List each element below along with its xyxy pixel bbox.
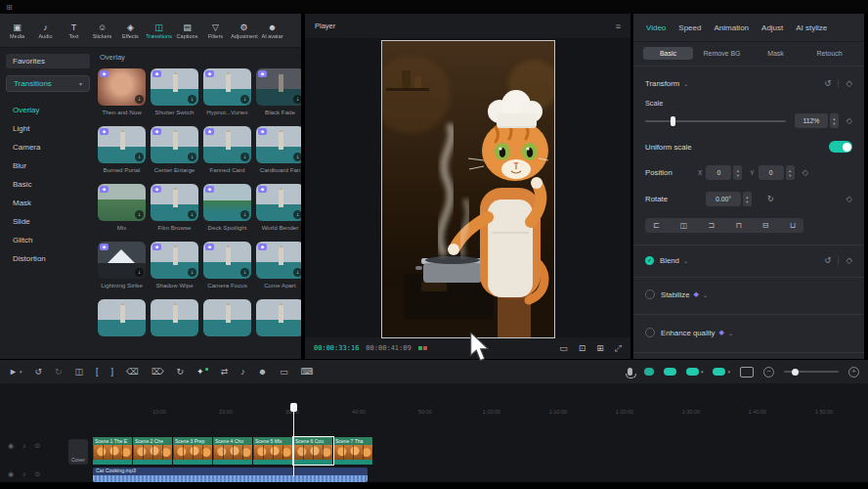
playhead[interactable] <box>293 403 294 476</box>
transition-item[interactable]: ◆↓Hypnot...Vortex <box>203 68 251 115</box>
download-icon[interactable]: ↓ <box>135 95 144 104</box>
audio-extract-button[interactable]: ♪ <box>240 367 245 377</box>
screen-view-icon[interactable] <box>740 367 754 378</box>
transition-item[interactable]: ◆↓Come Apart <box>256 242 301 289</box>
clip-scene-7[interactable]: Scene 7 Tha <box>333 437 373 465</box>
reset-blend-icon[interactable]: ↺ <box>824 255 831 265</box>
undo-button[interactable]: ↺ <box>34 367 42 377</box>
magnetic-track-toggle[interactable] <box>644 368 654 376</box>
loop-button[interactable]: ↻ <box>177 367 185 377</box>
scale-stepper[interactable]: ▴▾ <box>830 113 839 128</box>
align-bottom-icon[interactable]: ⊔ <box>790 221 796 230</box>
transition-item[interactable]: ◆↓Camera Focus <box>203 242 251 289</box>
transition-item[interactable]: ◆↓Then and Now <box>98 68 146 115</box>
preview-mode-toggle[interactable]: ▾ <box>713 368 730 376</box>
category-glitch[interactable]: Glitch <box>6 231 90 249</box>
tab-audio[interactable]: ♪Audio <box>31 22 60 39</box>
tab-speed[interactable]: Speed <box>678 23 701 32</box>
download-icon[interactable]: ↓ <box>188 268 196 277</box>
keyframe-blend-icon[interactable]: ◇ <box>846 255 852 265</box>
blend-label[interactable]: Blend <box>660 256 679 265</box>
download-icon[interactable]: ↓ <box>135 268 144 277</box>
transform-section-label[interactable]: Transform <box>645 79 679 88</box>
download-icon[interactable]: ↓ <box>188 210 196 219</box>
download-icon[interactable]: ↓ <box>240 210 249 219</box>
transition-item[interactable]: ◆↓Lightning Strike <box>98 242 146 289</box>
category-basic[interactable]: Basic <box>6 175 90 194</box>
clip-scene-2[interactable]: Scene 2 Che <box>133 437 173 465</box>
category-camera[interactable]: Camera <box>6 138 90 156</box>
timeline-zoom-slider[interactable] <box>784 371 839 373</box>
tab-ai-stylize[interactable]: AI stylize <box>796 23 827 32</box>
tab-adjustment[interactable]: ⚙Adjustment <box>230 22 258 39</box>
tab-adjust[interactable]: Adjust <box>761 23 783 32</box>
transition-item[interactable] <box>203 299 251 336</box>
download-icon[interactable]: ↓ <box>240 153 249 161</box>
keyframe-transform-icon[interactable]: ◇ <box>846 78 852 88</box>
subtab-mask[interactable]: Mask <box>751 47 801 60</box>
trim-right-button[interactable]: ] <box>111 367 114 377</box>
uniform-scale-toggle[interactable] <box>829 141 852 153</box>
position-x-value[interactable]: 0 <box>706 165 731 180</box>
transition-item[interactable]: ◆↓Deck Spotlight <box>203 184 251 231</box>
download-icon[interactable]: ↓ <box>293 268 301 277</box>
video-frame[interactable] <box>382 41 554 337</box>
mute-track-icon[interactable]: ♪ <box>22 442 26 450</box>
zoom-slider-handle[interactable] <box>792 369 799 376</box>
subtab-remove-bg[interactable]: Remove BG <box>697 47 747 60</box>
category-overlay[interactable]: Overlay <box>6 101 90 119</box>
transition-item[interactable]: ◆↓Black Fade <box>256 68 301 115</box>
tab-text[interactable]: TText <box>60 22 88 39</box>
tab-media[interactable]: ▣Media <box>3 22 31 39</box>
transition-item[interactable]: ◆↓Fanned Card <box>203 126 251 173</box>
redo-button[interactable]: ↻ <box>55 367 63 377</box>
subtab-retouch[interactable]: Retouch <box>804 47 854 60</box>
auto-snap-toggle[interactable] <box>664 368 676 376</box>
stabilize-checkbox[interactable] <box>645 289 655 299</box>
clip-scene-3[interactable]: Scene 3 Prep <box>173 437 213 465</box>
ai-wand-button[interactable]: ✦ <box>196 367 208 377</box>
crop-button[interactable]: ▭ <box>280 367 288 377</box>
scale-slider-handle[interactable] <box>671 116 675 126</box>
favorites-button[interactable]: Favorites <box>6 54 90 68</box>
keyframe-rotate-icon[interactable]: ◇ <box>846 195 852 203</box>
transition-item[interactable]: ◆↓Mix <box>98 184 146 231</box>
blend-checkbox[interactable]: ✓ <box>645 256 654 265</box>
hide-track-icon[interactable]: ◉ <box>8 442 14 450</box>
tab-effects[interactable]: ◈Effects <box>116 22 145 39</box>
clip-scene-4[interactable]: Scene 4 Cho <box>213 437 253 465</box>
rotate-value[interactable]: 0.00° <box>706 192 741 206</box>
reset-transform-icon[interactable]: ↺ <box>824 78 831 88</box>
enhance-quality-label[interactable]: Enhance quality <box>661 329 715 337</box>
align-left-icon[interactable]: ⊏ <box>653 221 660 230</box>
rotate-stepper[interactable]: ▴▾ <box>743 192 752 206</box>
lock-track-icon[interactable]: ⊙ <box>35 470 41 478</box>
delete-left-button[interactable]: ⌫ <box>126 367 139 377</box>
align-center-h-icon[interactable]: ◫ <box>680 221 688 230</box>
download-icon[interactable]: ↓ <box>240 268 249 277</box>
transition-item[interactable]: ◆↓Cardboard Fan <box>256 126 301 173</box>
zoom-in-icon[interactable]: + <box>848 367 859 378</box>
transition-item[interactable]: ◆↓Burned Portal <box>98 126 146 173</box>
category-slide[interactable]: Slide <box>6 212 90 231</box>
audio-clip[interactable]: Cat Cooking.mp3 <box>93 467 368 482</box>
download-icon[interactable]: ↓ <box>293 210 301 219</box>
transition-item[interactable]: ◆↓Shutter Switch <box>151 68 198 115</box>
transition-item[interactable]: ◆↓Shadow Wipe <box>151 242 198 289</box>
align-middle-icon[interactable]: ⊟ <box>762 221 769 230</box>
snapshot-icon[interactable]: ⊡ <box>579 343 586 353</box>
subtab-basic[interactable]: Basic <box>643 47 693 60</box>
keyframe-position-icon[interactable]: ◇ <box>803 168 808 177</box>
mute-track-icon[interactable]: ♪ <box>22 470 26 478</box>
rotate-dial-icon[interactable]: ↻ <box>767 195 774 203</box>
category-light[interactable]: Light <box>6 119 90 138</box>
delete-right-button[interactable]: ⌦ <box>152 367 164 377</box>
category-distortion[interactable]: Distortion <box>6 249 90 268</box>
position-y-value[interactable]: 0 <box>759 165 784 180</box>
download-icon[interactable]: ↓ <box>188 153 196 161</box>
tab-filters[interactable]: ▽Filters <box>201 22 230 39</box>
download-icon[interactable]: ↓ <box>135 153 144 161</box>
tab-video[interactable]: Video <box>646 23 666 32</box>
download-icon[interactable]: ↓ <box>293 153 301 161</box>
timeline-ruler[interactable]: 10:00 20:00 30:00 40:00 50:00 1:00:00 1:… <box>0 409 868 421</box>
